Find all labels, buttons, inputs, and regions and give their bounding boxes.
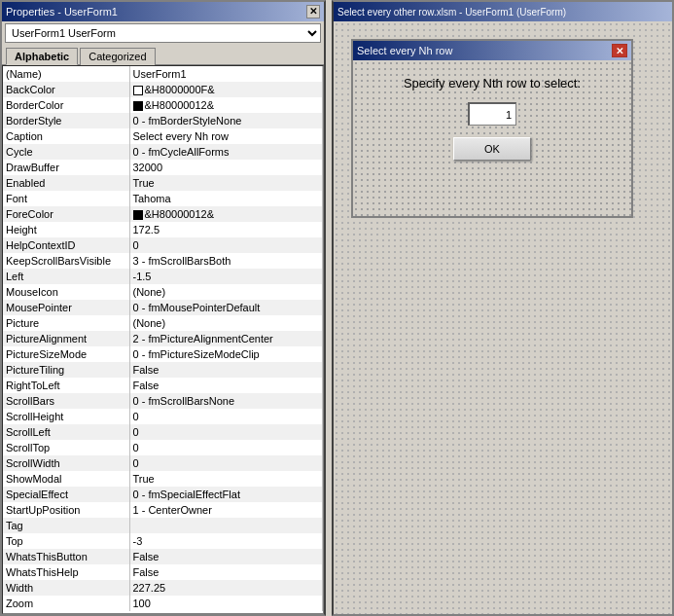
property-name: ScrollWidth <box>3 455 129 471</box>
table-row: ForeColor&H80000012& <box>3 206 323 222</box>
table-row: PictureAlignment2 - fmPictureAlignmentCe… <box>3 331 323 346</box>
property-name: DrawBuffer <box>3 160 129 175</box>
table-row: Picture(None) <box>3 315 323 331</box>
property-name: ScrollBars <box>3 393 129 409</box>
table-row: ShowModalTrue <box>3 471 323 487</box>
form-window: Select every Nh row ✕ Specify every Nth … <box>351 39 633 218</box>
table-row: ScrollWidth0 <box>3 455 323 471</box>
color-swatch <box>133 101 143 111</box>
tab-alphabetic[interactable]: Alphabetic <box>6 48 78 65</box>
table-row: SpecialEffect0 - fmSpecialEffectFlat <box>3 487 323 502</box>
table-row: HelpContextID0 <box>3 237 323 253</box>
property-name: MousePointer <box>3 300 129 315</box>
color-swatch <box>133 210 143 220</box>
property-value: False <box>129 378 323 393</box>
table-row: WhatsThisButtonFalse <box>3 549 323 564</box>
property-value: 0 - fmScrollBarsNone <box>129 393 323 409</box>
table-row: Top-3 <box>3 533 323 549</box>
table-row: RightToLeftFalse <box>3 378 323 393</box>
table-row: Zoom100 <box>3 596 323 611</box>
table-row: MouseIcon(None) <box>3 284 323 300</box>
property-name: PictureAlignment <box>3 331 129 346</box>
property-value: True <box>129 471 323 487</box>
property-value: Select every Nh row <box>129 128 323 144</box>
property-value: 0 <box>129 409 323 424</box>
property-name: Top <box>3 533 129 549</box>
property-name: ScrollHeight <box>3 409 129 424</box>
table-row: ScrollHeight0 <box>3 409 323 424</box>
property-value: 0 - fmBorderStyleNone <box>129 113 323 128</box>
property-name: ScrollTop <box>3 440 129 455</box>
table-row: PictureTilingFalse <box>3 362 323 378</box>
property-value: False <box>129 564 323 580</box>
table-row: StartUpPosition1 - CenterOwner <box>3 502 323 518</box>
properties-titlebar: Properties - UserForm1 ✕ <box>2 2 324 21</box>
property-name: Picture <box>3 315 129 331</box>
property-value: 0 <box>129 455 323 471</box>
table-row: FontTahoma <box>3 191 323 206</box>
property-value: -1.5 <box>129 269 323 284</box>
property-name: WhatsThisHelp <box>3 564 129 580</box>
table-row: BackColor&H8000000F& <box>3 82 323 97</box>
property-value: 227.25 <box>129 580 323 596</box>
property-name: Width <box>3 580 129 596</box>
table-row: Cycle0 - fmCycleAllForms <box>3 144 323 160</box>
table-row: ScrollLeft0 <box>3 424 323 440</box>
property-name: Caption <box>3 128 129 144</box>
table-row: PictureSizeMode0 - fmPictureSizeModeClip <box>3 346 323 362</box>
ok-button[interactable]: OK <box>453 137 531 161</box>
userform-body: Select every Nh row ✕ Specify every Nth … <box>334 21 672 614</box>
property-value: False <box>129 549 323 564</box>
table-row: CaptionSelect every Nh row <box>3 128 323 144</box>
property-name: (Name) <box>3 66 129 82</box>
property-name: SpecialEffect <box>3 487 129 502</box>
property-value: &H80000012& <box>129 206 323 222</box>
property-value: 0 <box>129 424 323 440</box>
property-name: Enabled <box>3 175 129 191</box>
property-value: (None) <box>129 284 323 300</box>
property-name: Tag <box>3 518 129 533</box>
table-row: EnabledTrue <box>3 175 323 191</box>
property-name: PictureTiling <box>3 362 129 378</box>
property-name: Left <box>3 269 129 284</box>
form-body: Specify every Nth row to select: OK <box>353 60 631 216</box>
userform-titlebar: Select every other row.xlsm - UserForm1 … <box>334 2 672 21</box>
property-value: False <box>129 362 323 378</box>
property-value: Tahoma <box>129 191 323 206</box>
property-name: BorderColor <box>3 97 129 113</box>
properties-table-container[interactable]: (Name)UserForm1BackColor&H8000000F&Borde… <box>2 65 324 614</box>
properties-dropdown-row: UserForm1 UserForm <box>2 21 324 45</box>
form-instruction-label: Specify every Nth row to select: <box>404 76 581 91</box>
userform-title: Select every other row.xlsm - UserForm1 … <box>337 7 566 18</box>
table-row: ScrollTop0 <box>3 440 323 455</box>
properties-close-button[interactable]: ✕ <box>306 5 320 18</box>
property-name: StartUpPosition <box>3 502 129 518</box>
property-value <box>129 518 323 533</box>
tab-categorized[interactable]: Categorized <box>80 48 155 65</box>
table-row: ScrollBars0 - fmScrollBarsNone <box>3 393 323 409</box>
table-row: BorderStyle0 - fmBorderStyleNone <box>3 113 323 128</box>
color-swatch <box>133 86 143 95</box>
table-row: MousePointer0 - fmMousePointerDefault <box>3 300 323 315</box>
property-name: ForeColor <box>3 206 129 222</box>
property-value: -3 <box>129 533 323 549</box>
property-name: ScrollLeft <box>3 424 129 440</box>
property-name: Cycle <box>3 144 129 160</box>
properties-panel: Properties - UserForm1 ✕ UserForm1 UserF… <box>0 0 326 616</box>
properties-title: Properties - UserForm1 <box>6 6 118 18</box>
property-value: UserForm1 <box>129 66 323 82</box>
property-value: 32000 <box>129 160 323 175</box>
form-close-icon: ✕ <box>616 46 623 56</box>
property-name: HelpContextID <box>3 237 129 253</box>
userform-dropdown[interactable]: UserForm1 UserForm <box>5 23 321 43</box>
property-name: BorderStyle <box>3 113 129 128</box>
property-value: 0 <box>129 440 323 455</box>
nth-row-input[interactable] <box>468 102 516 126</box>
table-row: Width227.25 <box>3 580 323 596</box>
property-value: 2 - fmPictureAlignmentCenter <box>129 331 323 346</box>
property-value: &H8000000F& <box>129 82 323 97</box>
property-value: 172.5 <box>129 222 323 237</box>
property-name: RightToLeft <box>3 378 129 393</box>
property-name: BackColor <box>3 82 129 97</box>
form-close-button[interactable]: ✕ <box>612 44 627 57</box>
